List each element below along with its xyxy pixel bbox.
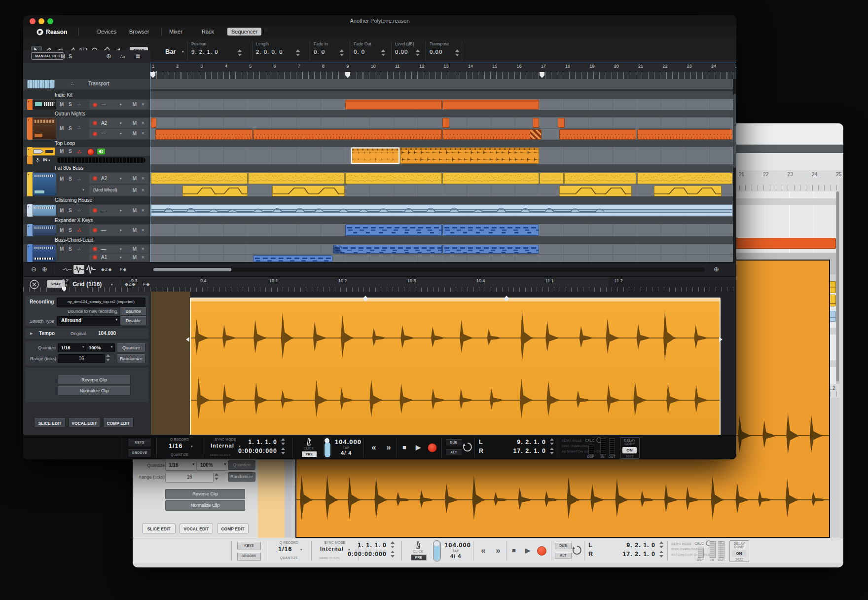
lane-icon[interactable]: ∴ [77,101,80,107]
quantize-pct-select[interactable]: 100%▾ [85,343,115,352]
clip-fat-2-yellow-ramp[interactable] [559,186,632,196]
lane-mute-button[interactable]: M [133,131,137,136]
clip-outrun-1-orange-small[interactable] [151,118,156,128]
wave-small-view-button[interactable] [62,265,72,274]
quantize-value-select[interactable]: 1/16▾ [58,343,86,352]
alt-button[interactable]: ALT [445,449,462,456]
lane-mute-button[interactable]: M [133,208,137,213]
lane-fat-80s-bass-1[interactable] [150,172,736,185]
clip-outrun-2-orange-long[interactable] [559,129,637,140]
bounce-button[interactable]: Bounce [120,307,146,316]
mute-button[interactable]: M [60,246,64,252]
fade-out-field[interactable]: Fade Out0. 0 [350,41,388,61]
zoom-f-control[interactable]: F◆ [120,267,127,272]
tab-sequencer[interactable]: Sequencer [227,28,261,36]
bg-qrecord-value[interactable]: 1/16 [278,546,292,553]
position-bars[interactable]: 1. 1. 1. 0 [235,439,277,446]
quantize-button[interactable]: Quantize [117,343,145,352]
clip-exp-blue-notes[interactable] [442,225,539,236]
track-row-indie-kit[interactable]: ▾ M S ∴ —▾M× [23,99,150,110]
record-arm-led[interactable] [93,121,97,125]
track-name-top-loop[interactable]: Top Loop [23,140,150,147]
range-stepper[interactable] [106,354,110,362]
input-selector[interactable]: —▾M× [89,245,148,253]
lane-top-loop[interactable] [150,147,736,164]
tempo-value[interactable]: 104.000 [98,331,116,336]
lane-indie-kit[interactable] [150,99,736,110]
lane-close-button[interactable]: × [142,175,145,181]
editor-wave-area[interactable] [150,292,736,435]
solo-button[interactable]: S [69,208,72,213]
loop-stepper[interactable] [550,438,554,446]
clip-bass-2-blue-small[interactable] [253,255,333,262]
bg-tempo-value[interactable]: 104.000 [444,541,471,549]
lane-icon[interactable]: ∴ [77,207,80,213]
device-thumbnail[interactable] [33,245,56,262]
bg-delay-comp-on-button[interactable]: ON [732,550,746,557]
reverse-clip-button[interactable]: Reverse Clip [58,375,131,385]
track-row-expander-x-keys[interactable]: ▾ M S ∴ —▾M× [23,224,150,236]
groove-button[interactable]: GROOVE [128,449,151,457]
record-arm-led[interactable] [93,103,97,107]
lane-outrun-1[interactable] [150,117,736,128]
delay-comp-on-button[interactable]: ON [622,447,637,453]
device-thumbnail[interactable] [33,100,56,110]
bg-loop-icon[interactable] [572,545,582,556]
lane-mute-button[interactable]: M [133,102,137,107]
clip-fat-1-yellow-notes[interactable] [248,173,345,184]
clip-outrun-2-orange-long[interactable] [442,129,542,140]
bg-keys-button[interactable]: KEYS [237,542,261,550]
normalize-clip-button[interactable]: Normalize Clip [58,386,131,396]
clip-fat-1-yellow-notes[interactable] [540,173,563,184]
input-selector[interactable]: A2▾M× [89,118,148,128]
zoom-out-icon[interactable]: ⊖ [31,265,36,273]
record-arm-led[interactable] [93,247,97,251]
grid-view-button[interactable]: ▦ [136,53,140,59]
bg-rewind-button[interactable]: « [477,543,490,558]
device-thumbnail[interactable] [33,205,56,216]
tap-button[interactable]: TAP [339,446,354,450]
lane-bass-chord-lead-2[interactable] [150,254,736,262]
vertical-zoom-in-icon[interactable]: ⊕ [714,265,719,273]
record-lane-icon[interactable]: ∴ [77,149,81,155]
range-ticks-value[interactable]: 16 [58,354,105,363]
lane-outrun-2[interactable] [150,128,736,140]
loop-icon[interactable] [462,442,473,452]
randomize-button[interactable]: Randomize [117,354,145,363]
clip-outrun-1-orange-small[interactable] [442,118,449,128]
lane-mute-button[interactable]: M [133,255,137,260]
clip-indie-orange-notes[interactable] [345,100,442,110]
position-field[interactable]: Position9. 2. 1. 0 [187,41,244,61]
mute-button[interactable]: M [60,126,64,131]
clip-indie-orange-notes[interactable] [442,100,539,110]
lane-close-button[interactable]: × [142,207,145,213]
loop-l-value[interactable]: 9. 2. 1. 0 [489,439,546,446]
grid-dd-icon[interactable]: ▾ [111,283,113,287]
disable-button[interactable]: Disable [120,316,146,325]
lane-close-button[interactable]: × [142,254,145,260]
clip-toploop-audio[interactable] [400,148,539,164]
vocal-edit-tab[interactable]: VOCAL EDIT [69,418,100,428]
editor-audio-clip[interactable] [190,298,721,435]
bg-loop-r-value[interactable]: 17. 2. 1. 0 [599,551,655,558]
clip-fat-2-yellow-ramp[interactable] [182,186,248,196]
position-time[interactable]: 0:00:00:000 [230,448,277,454]
bg-record-button[interactable] [537,546,546,556]
lane-mute-button[interactable]: M [133,176,137,181]
solo-button[interactable]: S [69,102,72,107]
mute-button[interactable]: M [60,176,64,182]
stop-button[interactable]: ■ [398,440,411,455]
clip-glist-lightblue[interactable] [151,205,733,216]
lane-close-button[interactable]: × [142,130,145,136]
bg-pre-button[interactable]: PRE [411,554,427,561]
bg-tap-label[interactable]: TAP [448,549,463,553]
clip-bass-1-blue-notes-fade[interactable] [333,245,442,254]
lane-bass-chord-lead-1[interactable] [150,244,736,254]
mute-button[interactable]: M [60,149,64,154]
bg-quantize-value-select[interactable]: 1/16 ▾ [165,461,197,471]
bg-vocal-edit-tab[interactable]: VOCAL EDIT [180,524,213,533]
bg-stop-button[interactable]: ■ [507,543,520,558]
mute-button[interactable]: M [60,227,64,233]
lane-glistening-house[interactable] [150,204,736,217]
lane-close-button[interactable]: × [142,227,145,233]
